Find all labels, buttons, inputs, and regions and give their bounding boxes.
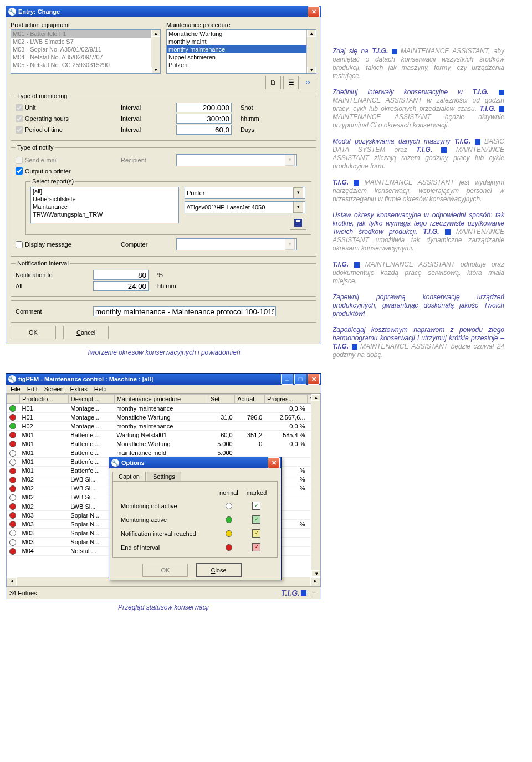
- table-row[interactable]: H01Montage...Monatliche Wartung31,0796,0…: [7, 413, 320, 422]
- computer-combo: ▾: [176, 238, 297, 250]
- printer-type-combo[interactable]: Printer▾: [185, 187, 305, 199]
- unit-checkbox[interactable]: Unit: [16, 104, 121, 111]
- maint-proc-list[interactable]: Monatliche Wartung monthly maint monthy …: [166, 29, 316, 74]
- list-item[interactable]: M02 - LWB Simatic S7: [11, 38, 160, 45]
- check-green-icon: ✓: [252, 515, 260, 524]
- notification-interval-group: Notification interval Notification to % …: [11, 260, 316, 297]
- list-item[interactable]: Uebersichtsliste: [31, 195, 178, 203]
- maintenance-control-window: 🔧 tigPEM - Maintenance control : Maschin…: [6, 373, 321, 599]
- maximize-icon[interactable]: [294, 374, 306, 385]
- list-item[interactable]: Putzen: [167, 61, 316, 69]
- save-button[interactable]: [290, 216, 306, 230]
- status-dot-icon: [9, 477, 16, 483]
- options-ok-button: OK: [142, 564, 188, 577]
- figure-caption: Tworzenie okresów konserwacyjnych i powi…: [6, 349, 321, 356]
- wrench-icon: 🔧: [8, 375, 16, 383]
- list-item[interactable]: monthy maintenance: [167, 45, 316, 53]
- period-checkbox[interactable]: Period of time: [16, 126, 121, 134]
- table-row[interactable]: M01Battenfel...Monatliche Wartung5.00000…: [7, 439, 320, 448]
- titlebar[interactable]: 🔧 Options: [109, 457, 281, 468]
- list-item[interactable]: monthly maint: [167, 38, 316, 45]
- comment-group: Comment: [11, 300, 316, 323]
- comment-input[interactable]: [93, 306, 276, 316]
- printer-path-combo[interactable]: \\Tigsv001\HP LaserJet 4050▾: [185, 201, 305, 213]
- prod-equip-label: Production equipment: [11, 22, 161, 28]
- chevron-down-icon[interactable]: ▾: [293, 202, 303, 213]
- status-dot-icon: [9, 494, 16, 501]
- ok-button[interactable]: OK: [11, 326, 56, 339]
- maint-proc-label: Maintenance procedure: [166, 22, 316, 28]
- new-page-icon[interactable]: 🗋: [265, 76, 281, 89]
- col-normal: normal: [216, 487, 242, 498]
- floppy-icon: [294, 219, 302, 227]
- column-header[interactable]: Actual: [235, 395, 265, 404]
- all-input[interactable]: [93, 281, 149, 291]
- column-header[interactable]: Progres...: [264, 395, 307, 404]
- prod-equip-list[interactable]: M01 - Battenfeld F1 M02 - LWB Simatic S7…: [11, 29, 161, 74]
- display-message-checkbox[interactable]: Display message: [16, 241, 121, 248]
- column-header[interactable]: Productio...: [20, 395, 69, 404]
- notification-to-input[interactable]: [93, 270, 149, 280]
- tab-caption[interactable]: Caption: [112, 472, 146, 481]
- list-item[interactable]: Nippel schmieren: [167, 53, 316, 61]
- status-dot-icon: [9, 432, 16, 438]
- menubar: File Edit Screen Extras Help: [6, 385, 321, 393]
- status-dot-icon: [9, 485, 16, 492]
- status-dot-icon: [9, 414, 16, 421]
- chevron-down-icon[interactable]: ▾: [293, 187, 303, 198]
- column-header[interactable]: Descripti...: [68, 395, 114, 404]
- scrollbar[interactable]: [311, 394, 320, 577]
- scrollbar[interactable]: [306, 30, 316, 73]
- list-item[interactable]: M03 - Soplar No. A35/01/02/9/11: [11, 45, 160, 53]
- close-icon[interactable]: [308, 374, 320, 385]
- menu-extras[interactable]: Extras: [70, 386, 88, 392]
- close-icon[interactable]: [308, 6, 320, 17]
- operating-hours-checkbox[interactable]: Operating hours: [16, 115, 121, 122]
- status-dot-icon: [9, 530, 16, 536]
- status-dot-icon: [9, 521, 16, 528]
- cancel-button[interactable]: Cancel: [63, 326, 109, 339]
- status-dot-icon: [9, 468, 16, 474]
- status-dot-icon: [9, 450, 16, 457]
- glasses-icon[interactable]: ᯅ: [301, 76, 316, 89]
- window-title: Options: [121, 459, 145, 466]
- unit-interval-input[interactable]: [176, 103, 232, 112]
- minimize-icon[interactable]: [281, 374, 293, 385]
- status-dot-icon: [9, 539, 16, 546]
- entry-change-window: 🔧 Entry: Change Production equipment M01…: [6, 6, 321, 344]
- reports-list[interactable]: [all] Uebersichtsliste Maintanance TRW\W…: [30, 187, 179, 223]
- list-item[interactable]: Monatliche Wartung: [167, 30, 316, 38]
- text-lines-icon[interactable]: ☰: [283, 76, 299, 89]
- titlebar[interactable]: 🔧 Entry: Change: [6, 6, 321, 17]
- close-icon[interactable]: [268, 457, 280, 468]
- recipient-combo: ▾: [176, 154, 297, 166]
- list-item[interactable]: [all]: [31, 187, 178, 195]
- table-row[interactable]: M01Battenfel...Wartung Netstal0160,0351,…: [7, 431, 320, 439]
- tab-settings[interactable]: Settings: [147, 472, 181, 481]
- statusbar: 34 Entries T.I.G. ⋰: [6, 587, 321, 599]
- col-marked: marked: [243, 487, 270, 498]
- titlebar[interactable]: 🔧 tigPEM - Maintenance control : Maschin…: [6, 374, 321, 385]
- select-reports-group: Select report(s) [all] Uebersichtsliste …: [25, 178, 311, 235]
- list-item[interactable]: Maintanance: [31, 203, 178, 211]
- output-printer-checkbox[interactable]: Output on printer: [16, 167, 121, 175]
- column-header[interactable]: Maintenance procedure: [114, 395, 208, 404]
- dot-white-icon: [226, 503, 232, 509]
- column-header[interactable]: Set: [208, 395, 234, 404]
- list-item[interactable]: M05 - Netstal No. CC 25930315290: [11, 61, 160, 69]
- menu-help[interactable]: Help: [94, 386, 107, 392]
- table-row[interactable]: H02Montage...monthy maintenance0,0 %: [7, 422, 320, 431]
- menu-screen[interactable]: Screen: [44, 386, 64, 392]
- table-row[interactable]: M01Battenfel...maintenance mold5.000: [7, 448, 320, 457]
- list-item[interactable]: TRW\Wartungsplan_TRW: [31, 211, 178, 218]
- menu-edit[interactable]: Edit: [27, 386, 38, 392]
- period-interval-input[interactable]: [176, 125, 232, 135]
- ophours-interval-input[interactable]: [176, 114, 232, 124]
- status-dot-icon: [9, 423, 16, 429]
- list-item[interactable]: M01 - Battenfeld F1: [11, 30, 160, 38]
- table-row[interactable]: H01Montage...monthy maintenance0,0 %: [7, 404, 320, 413]
- scrollbar[interactable]: [151, 30, 160, 73]
- options-close-button[interactable]: Close: [196, 563, 242, 577]
- list-item[interactable]: M04 - Netstal No. A35/02/09/7/07: [11, 53, 160, 61]
- menu-file[interactable]: File: [11, 386, 21, 392]
